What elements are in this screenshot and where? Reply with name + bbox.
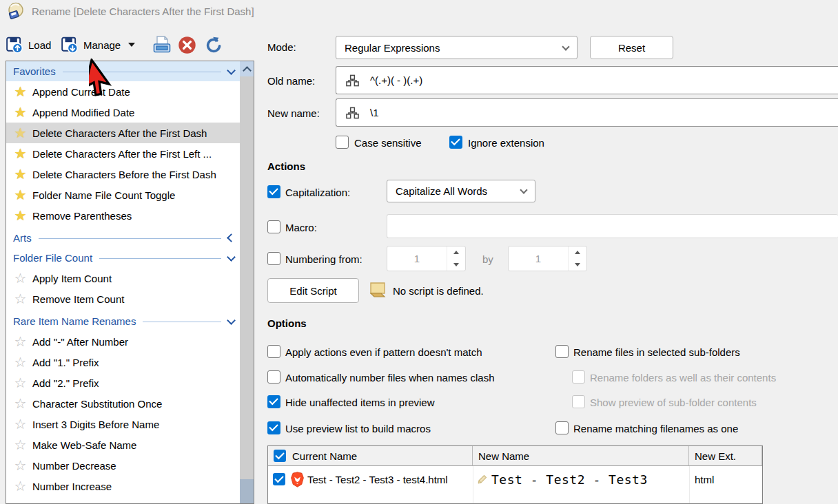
scrollbar-up-button[interactable] [240,61,254,76]
star-outline-icon[interactable]: ☆ [13,418,28,431]
stepper-up-button[interactable] [447,246,465,259]
preset-item[interactable]: ☆ Insert 3 Digits Before Name [6,414,240,434]
cancel-button[interactable] [178,33,196,56]
rename-folders-checkbox[interactable] [572,370,585,384]
new-name-input[interactable]: \1 [336,98,838,127]
preset-item-selected[interactable]: ★ Delete Characters After the First Dash [6,123,240,143]
row-checkbox[interactable] [273,473,285,485]
apply-actions-label: Apply actions even if pattern doesn't ma… [285,346,482,358]
sidebar-scrollbar[interactable] [240,61,254,503]
mode-dropdown[interactable]: Regular Expressions [336,36,578,59]
column-header-current-name[interactable]: Current Name [268,446,473,466]
star-filled-icon[interactable]: ★ [13,127,28,140]
preset-item[interactable]: ☆ Remove Item Count [6,288,240,309]
chevron-down-icon [227,66,236,75]
use-preview-list-label: Use preview list to build macros [285,423,431,434]
preset-item[interactable]: ★ Append Modified Date [6,102,240,123]
old-name-value: ^(.+)( - )(.+) [370,74,422,86]
preset-item[interactable]: ★ Folder Name File Count Toggle [6,185,240,205]
show-subfolder-preview-checkbox[interactable] [572,395,585,408]
preset-label: Make Web-Safe Name [32,439,136,451]
rename-matching-label: Rename matching filenames as one [573,423,738,434]
auto-number-checkbox[interactable] [267,370,280,384]
case-sensitive-checkbox[interactable] [336,136,349,149]
column-header-new-name[interactable]: New Name [473,446,689,466]
manage-button[interactable]: Manage [61,33,135,56]
use-preview-list-checkbox[interactable] [267,421,280,434]
numbering-step-stepper[interactable]: 1 [508,246,587,271]
capitalization-value: Capitalize All Words [396,185,521,197]
edit-script-button[interactable]: Edit Script [267,278,359,303]
star-filled-icon[interactable]: ★ [13,147,28,160]
preset-item[interactable]: ☆ Apply Item Count [6,268,240,288]
sidebar-group-rare-item-name-renames[interactable]: Rare Item Name Renames [6,311,240,331]
rename-subfolders-label: Rename files in selected sub-folders [573,346,740,358]
macro-checkbox[interactable] [267,220,280,233]
column-label: Current Name [292,450,357,462]
star-filled-icon[interactable]: ★ [13,189,28,202]
numbering-step-value: 1 [509,246,568,271]
star-outline-icon[interactable]: ☆ [13,272,28,285]
rename-matching-checkbox[interactable] [555,421,569,434]
column-header-new-ext[interactable]: New Ext. [689,446,762,466]
old-name-input[interactable]: ^(.+)( - )(.+) [336,66,838,94]
star-outline-icon[interactable]: ☆ [13,439,28,452]
preset-item[interactable]: ★ Delete Characters Before the First Das… [6,164,240,185]
numbering-start-stepper[interactable]: 1 [387,246,466,271]
rename-subfolders-checkbox[interactable] [555,345,569,358]
presets-sidebar: Favorites ★ Append Current Date ★ Append… [6,61,254,504]
preset-item[interactable]: ★ Delete Characters After the First Left… [6,143,240,164]
star-filled-icon[interactable]: ★ [13,106,28,119]
star-outline-icon[interactable]: ☆ [13,480,28,493]
star-outline-icon[interactable]: ☆ [13,293,28,306]
group-label: Favorites [13,65,56,77]
capitalization-checkbox[interactable] [267,185,280,198]
star-filled-icon[interactable]: ★ [13,209,28,222]
ignore-extension-checkbox[interactable] [449,136,462,149]
window-title: Rename [Delete Characters After the Firs… [32,6,254,17]
numbering-checkbox[interactable] [267,252,280,265]
star-filled-icon[interactable]: ★ [13,85,28,98]
rename-folders-label: Rename folders as well as their contents [590,372,776,384]
stepper-up-button[interactable] [569,246,586,259]
preset-item[interactable]: ☆ Character Substitution Once [6,393,240,414]
star-outline-icon[interactable]: ☆ [13,335,28,348]
capitalization-dropdown[interactable]: Capitalize All Words [387,180,535,202]
preset-item[interactable]: ☆ Add "-" After Number [6,331,240,352]
sidebar-group-favorites[interactable]: Favorites [6,61,240,81]
auto-number-label: Automatically number files when names cl… [285,372,494,384]
numbering-start-value: 1 [387,246,447,271]
preset-item[interactable]: ☆ Add "1." Prefix [6,352,240,372]
triangle-down-icon [575,263,580,266]
capitalization-label: Capitalization: [285,187,350,198]
stepper-buttons[interactable] [568,246,586,271]
star-outline-icon[interactable]: ☆ [13,377,28,390]
preset-label: Delete Characters After the First Dash [32,127,207,139]
star-outline-icon[interactable]: ☆ [13,356,28,369]
preset-item[interactable]: ☆ Make Web-Safe Name [6,434,240,455]
apply-actions-checkbox[interactable] [267,345,280,358]
star-outline-icon[interactable]: ☆ [13,459,28,472]
macro-input[interactable] [387,214,838,238]
reset-button[interactable]: Reset [590,36,673,59]
preset-item[interactable]: ★ Append Current Date [6,81,240,102]
preset-item[interactable]: ☆ Number Increase [6,476,240,496]
preset-item[interactable]: ☆ Number Decrease [6,455,240,476]
preset-item[interactable]: ☆ Add "2." Prefix [6,372,240,393]
hide-unaffected-checkbox[interactable] [267,395,280,408]
select-all-checkbox[interactable] [274,450,286,462]
chevron-down-icon [520,186,527,193]
stepper-buttons[interactable] [447,246,465,271]
preset-item[interactable]: ★ Remove Parentheses [6,205,240,226]
print-button[interactable] [152,33,172,56]
load-button[interactable]: Load [6,33,51,56]
star-filled-icon[interactable]: ★ [13,168,28,181]
stepper-down-button[interactable] [447,259,465,271]
sidebar-group-folder-file-count[interactable]: Folder File Count [6,248,240,268]
star-outline-icon[interactable]: ☆ [13,397,28,410]
sidebar-group-arts[interactable]: Arts [6,228,240,248]
stepper-down-button[interactable] [569,259,586,271]
scrollbar-track-bottom[interactable] [240,479,254,503]
undo-button[interactable] [205,33,223,56]
new-ext-cell: html [695,474,714,485]
